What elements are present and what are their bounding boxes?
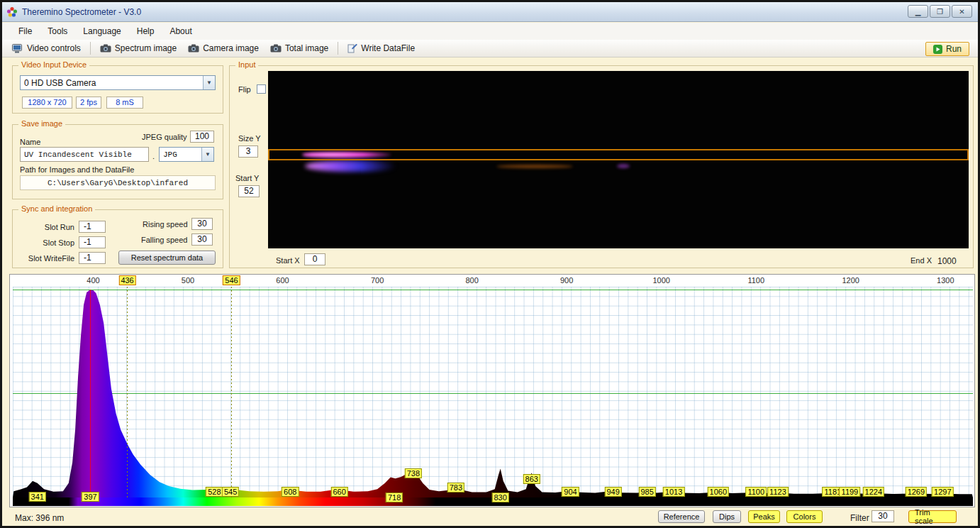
peak-label: 341 [29, 492, 46, 502]
toolbar-label: Write DataFile [361, 43, 415, 53]
chevron-down-icon[interactable]: ▼ [201, 148, 213, 161]
axis-tick: 1000 [652, 276, 669, 285]
write-datafile-icon [347, 43, 357, 53]
axis-tick: 600 [276, 276, 289, 285]
peak-label: 783 [447, 483, 464, 493]
slot-run-field[interactable]: -1 [79, 221, 106, 233]
falling-speed-field[interactable]: 30 [191, 233, 213, 246]
toolbar-total-image[interactable]: Total image [266, 42, 333, 55]
axis-tick: 1300 [937, 276, 954, 285]
spectrum-curve [13, 287, 973, 497]
save-image-group-label: Save image [18, 119, 65, 128]
axis-tick: 700 [371, 276, 384, 285]
peak-label: 528 [206, 487, 223, 497]
peak-label: 1224 [863, 487, 884, 497]
peaks-button[interactable]: Peaks [748, 510, 780, 523]
status-bar: Max: 396 nm Reference Dips Peaks Colors … [2, 507, 978, 528]
resolution-badge: 1280 x 720 [22, 97, 72, 109]
spectrum-area [13, 290, 973, 497]
close-button[interactable]: ✕ [952, 5, 972, 18]
menu-tools[interactable]: Tools [40, 23, 75, 39]
video-device-dropdown[interactable]: 0 HD USB Camera ▼ [20, 75, 216, 90]
reference-button[interactable]: Reference [658, 510, 705, 523]
scanline-selection-band[interactable] [268, 149, 969, 160]
menu-language[interactable]: Language [75, 23, 128, 39]
toolbar-spectrum-image[interactable]: Spectrum image [96, 42, 181, 55]
peak-label: 863 [523, 474, 540, 484]
toolbar-write-datafile[interactable]: Write DataFile [343, 42, 419, 55]
calibration-tick[interactable]: 546 [223, 275, 240, 285]
name-label: Name [20, 138, 40, 146]
axis-tick: 400 [87, 276, 99, 285]
menu-bar: File Tools Language Help About [2, 23, 978, 40]
title-bar: Theremino Spectrometer - V3.0 ▁ ❐ ✕ [2, 2, 978, 22]
axis-tick: 500 [182, 276, 194, 285]
spectral-streak-orange [496, 165, 573, 168]
format-dropdown[interactable]: JPG ▼ [159, 147, 214, 162]
latency-badge: 8 mS [106, 97, 143, 109]
filter-field[interactable]: 30 [872, 510, 894, 522]
toolbar-label: Spectrum image [115, 43, 177, 53]
menu-file[interactable]: File [11, 23, 40, 39]
slot-stop-field[interactable]: -1 [79, 236, 106, 248]
extension-separator: . [152, 152, 155, 160]
start-x-field[interactable]: 0 [304, 253, 325, 265]
input-group-label: Input [235, 60, 258, 69]
menu-about[interactable]: About [162, 23, 199, 39]
input-group: Input Flip Size Y 3 Start Y 52 Start X 0… [229, 65, 974, 268]
jpeg-quality-field[interactable]: 100 [190, 131, 214, 143]
video-device-value: 0 HD USB Camera [21, 78, 203, 88]
slot-stop-label: Slot Stop [40, 238, 74, 247]
wavelength-axis: 4005006007008009001000110012001300436546 [13, 275, 973, 286]
peak-label: 1100 [745, 487, 767, 497]
flip-label: Flip [238, 85, 251, 94]
toolbar-video-controls[interactable]: Video controls [8, 42, 85, 55]
colors-button[interactable]: Colors [786, 510, 823, 523]
spectrum-plot: 3413975285456086607187387838308639049499… [13, 287, 973, 497]
spectral-dot-purple [617, 164, 630, 168]
app-icon [6, 6, 18, 18]
peak-label: 660 [330, 487, 347, 497]
calibration-tick[interactable]: 436 [118, 275, 135, 285]
toolbar-camera-image[interactable]: Camera image [184, 42, 263, 55]
fps-badge: 2 fps [76, 97, 101, 109]
format-value: JPG [160, 150, 201, 159]
max-wavelength-label: Max: 396 nm [15, 513, 64, 523]
start-y-label: Start Y [235, 174, 259, 182]
peak-label: 1269 [906, 487, 927, 497]
end-x-value: 1000 [937, 256, 957, 266]
app-window: Theremino Spectrometer - V3.0 ▁ ❐ ✕ File… [0, 0, 980, 528]
image-name-field[interactable]: UV Incandescent Visible [20, 147, 149, 162]
menu-help[interactable]: Help [129, 23, 162, 39]
peak-label: 830 [491, 493, 508, 502]
path-label: Path for Images and the DataFile [20, 165, 134, 174]
run-play-icon [933, 45, 942, 54]
maximize-button[interactable]: ❐ [930, 5, 950, 18]
peak-label: 1013 [663, 487, 684, 497]
reset-spectrum-button[interactable]: Reset spectrum data [118, 251, 216, 265]
flip-checkbox[interactable] [257, 84, 266, 94]
rising-speed-field[interactable]: 30 [191, 218, 213, 230]
peak-label: 397 [82, 492, 99, 502]
axis-tick: 900 [560, 276, 573, 285]
chevron-down-icon[interactable]: ▼ [203, 76, 215, 89]
toolbar-separator [90, 42, 91, 55]
trim-scale-button[interactable]: Trim scale [908, 510, 957, 523]
toolbar-label: Total image [285, 43, 328, 53]
spectral-streak-lower [305, 160, 401, 172]
size-y-field[interactable]: 3 [238, 145, 258, 158]
peak-label: 608 [282, 487, 299, 497]
camera-preview [268, 71, 969, 248]
dips-button[interactable]: Dips [713, 510, 741, 523]
path-field[interactable]: C:\Users\GaryG\Desktop\infared [20, 175, 216, 190]
start-y-field[interactable]: 52 [238, 185, 260, 197]
spectrum-chart: 4005006007008009001000110012001300436546… [9, 274, 975, 507]
peak-label: 1199 [840, 487, 861, 497]
save-image-group: Save image JPEG quality 100 Name UV Inca… [12, 124, 223, 199]
minimize-button[interactable]: ▁ [908, 5, 928, 18]
camera-icon [270, 44, 282, 53]
run-button[interactable]: Run [925, 42, 969, 56]
slot-writefile-field[interactable]: -1 [79, 252, 106, 264]
axis-tick: 1200 [842, 276, 859, 285]
sync-group: Sync and integration Slot Run -1 Slot St… [12, 209, 223, 268]
